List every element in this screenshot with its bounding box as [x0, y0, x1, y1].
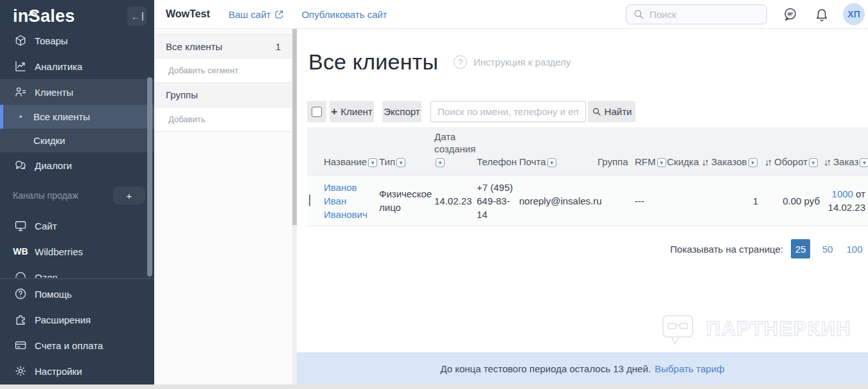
user-avatar[interactable]: ХП [843, 3, 865, 25]
sidebar-item-settings[interactable]: Настройки [0, 358, 154, 384]
segment-row-добавить[interactable]: Добавить [154, 107, 292, 132]
sidebar-item-billing[interactable]: Счета и оплата [0, 332, 154, 358]
client-type: Физическое лицо [379, 187, 430, 214]
sort-icon[interactable]: ↓↑ [765, 156, 770, 167]
sidebar-item-all-clients[interactable]: •Все клиенты [0, 105, 154, 129]
sidebar-item-label: Помощь [35, 289, 72, 300]
main-content: Все клиенты ? Инструкция к разделу + Кли… [297, 29, 868, 389]
sidebar-item-products[interactable]: Товары [0, 28, 154, 53]
panel-scrollbar-track [292, 29, 297, 389]
sidebar-item-ozon[interactable]: Ozon [0, 264, 154, 278]
puzzle-icon [13, 312, 28, 327]
per-page-label: Показывать на странице: [670, 244, 783, 255]
help-question-icon[interactable]: ? [454, 55, 467, 69]
add-client-button[interactable]: + Клиент [330, 101, 374, 122]
segment-row-добавить-сегмент[interactable]: Добавить сегмент [154, 59, 292, 83]
filter-dropdown-icon[interactable]: ▾ [547, 158, 556, 167]
logo-text: inSales [13, 6, 75, 26]
external-link-icon [274, 9, 285, 20]
active-bullet-icon: • [19, 112, 22, 122]
global-search-box[interactable] [626, 5, 767, 24]
search-icon [592, 107, 601, 116]
segments-panel: Все клиенты1Добавить сегментГруппыДобави… [154, 29, 292, 389]
filter-dropdown-icon[interactable]: ▾ [368, 158, 377, 167]
filter-dropdown-icon[interactable]: ▾ [809, 158, 818, 167]
global-search-input[interactable] [650, 9, 760, 20]
column-header-название[interactable]: Название▾ [324, 156, 378, 168]
client-orders-count: 1 [702, 194, 758, 208]
publish-site-link[interactable]: Опубликовать сайт [301, 9, 387, 20]
segment-row-группы[interactable]: Группы [154, 83, 292, 107]
your-site-link[interactable]: Ваш сайт [229, 9, 285, 20]
row-checkbox[interactable] [309, 195, 310, 206]
partnerkin-watermark: ПАРТНЕРКИН [660, 311, 851, 348]
table-header: Название▾Тип▾Дата создания▾ТелефонПочта▾… [307, 127, 868, 175]
sidebar-item-help[interactable]: Помощь [0, 281, 154, 307]
choose-plan-link[interactable]: Выбрать тариф [655, 363, 725, 374]
filter-dropdown-icon[interactable]: ▾ [748, 158, 757, 167]
panel-scrollbar-thumb[interactable] [292, 29, 297, 225]
filter-dropdown-icon[interactable]: ▾ [860, 158, 868, 167]
filter-dropdown-icon[interactable]: ▾ [657, 158, 666, 167]
sidebar-item-dialogs[interactable]: Диалоги [0, 152, 154, 178]
filter-dropdown-icon[interactable]: ▾ [436, 158, 445, 167]
instruction-link[interactable]: Инструкция к разделу [474, 57, 571, 68]
client-created-date: 14.02.23 [434, 194, 473, 208]
horizontal-scrollbar[interactable] [0, 384, 868, 389]
sidebar-item-label: Настройки [35, 366, 82, 377]
per-page-option-50[interactable]: 50 [818, 239, 837, 258]
find-button[interactable]: Найти [588, 101, 635, 122]
sidebar-bottom-menu: ПомощьРасширенияСчета и оплатаНастройки [0, 278, 154, 384]
chat-icon[interactable] [782, 6, 799, 23]
column-header-дата создания[interactable]: Дата создания▾ [434, 131, 475, 168]
notifications-bell-icon[interactable] [813, 6, 830, 23]
column-header-заказ[interactable]: ↓↑Заказ▾ [824, 156, 867, 168]
sort-icon[interactable]: ↓↑ [702, 156, 707, 167]
column-header-оборот[interactable]: ↓↑Оборот▾ [765, 156, 822, 168]
select-all-checkbox-button[interactable] [307, 101, 326, 122]
column-header-тип[interactable]: Тип▾ [379, 156, 433, 168]
sidebar: inSales ← ТоварыАналитикаКлиенты•Все кли… [0, 0, 154, 389]
sidebar-item-clients[interactable]: Клиенты [0, 79, 154, 105]
sidebar-item-extensions[interactable]: Расширения [0, 307, 154, 332]
filter-dropdown-icon[interactable]: ▾ [396, 158, 405, 167]
segment-row-все-клиенты[interactable]: Все клиенты1 [154, 34, 292, 59]
column-header-группа[interactable]: Группа [598, 156, 633, 168]
per-page-option-100[interactable]: 100 [845, 239, 864, 258]
client-name-link[interactable]: Иванов Иван Иванович [324, 181, 375, 221]
sidebar-collapse-button[interactable]: ← [127, 6, 146, 26]
column-header-телефон[interactable]: Телефон [477, 156, 518, 168]
select-all-checkbox[interactable] [312, 107, 322, 117]
sidebar-item-analytics[interactable]: Аналитика [0, 53, 154, 79]
monitor-icon [13, 218, 28, 233]
sidebar-item-label: Товары [35, 35, 68, 46]
insales-logo[interactable]: inSales [13, 6, 75, 26]
clients-icon [13, 84, 28, 100]
clients-search-input[interactable] [430, 101, 586, 122]
sort-icon[interactable]: ↓↑ [824, 156, 829, 167]
export-button[interactable]: Экспорт [382, 101, 421, 122]
column-header-rfm[interactable]: RFM▾ [635, 156, 666, 168]
ozon-icon [13, 269, 28, 278]
sidebar-item-wildberries[interactable]: WBWildberries [0, 239, 154, 264]
column-header-почта[interactable]: Почта▾ [519, 156, 596, 168]
per-page-option-25[interactable]: 25 [791, 239, 810, 258]
line-chart-icon [13, 59, 28, 74]
plus-icon: + [331, 105, 337, 118]
sidebar-item-discounts[interactable]: Скидки [0, 129, 154, 152]
last-order-link[interactable]: 1000 [832, 188, 853, 199]
client-group: --- [635, 194, 669, 208]
sidebar-item-site[interactable]: Сайт [0, 213, 154, 239]
sidebar-group-clients: Клиенты•Все клиентыСкидки [0, 79, 154, 152]
column-header-заказов[interactable]: ↓↑Заказов▾ [702, 156, 763, 168]
page-title: Все клиенты [308, 50, 438, 75]
collapse-arrow-icon: ← [131, 11, 141, 22]
add-channel-button[interactable]: + [113, 186, 145, 204]
watermark-text: ПАРТНЕРКИН [706, 318, 851, 341]
sidebar-scroll-area: ТоварыАналитикаКлиенты•Все клиентыСкидки… [0, 28, 154, 278]
table-row: Иванов Иван ИвановичФизическое лицо14.02… [307, 175, 868, 226]
sidebar-item-label: Клиенты [35, 87, 73, 98]
sidebar-item-label: Диалоги [35, 160, 72, 171]
column-header-скидка[interactable]: Скидка [667, 156, 700, 168]
sidebar-scrollbar-thumb[interactable] [147, 77, 152, 276]
